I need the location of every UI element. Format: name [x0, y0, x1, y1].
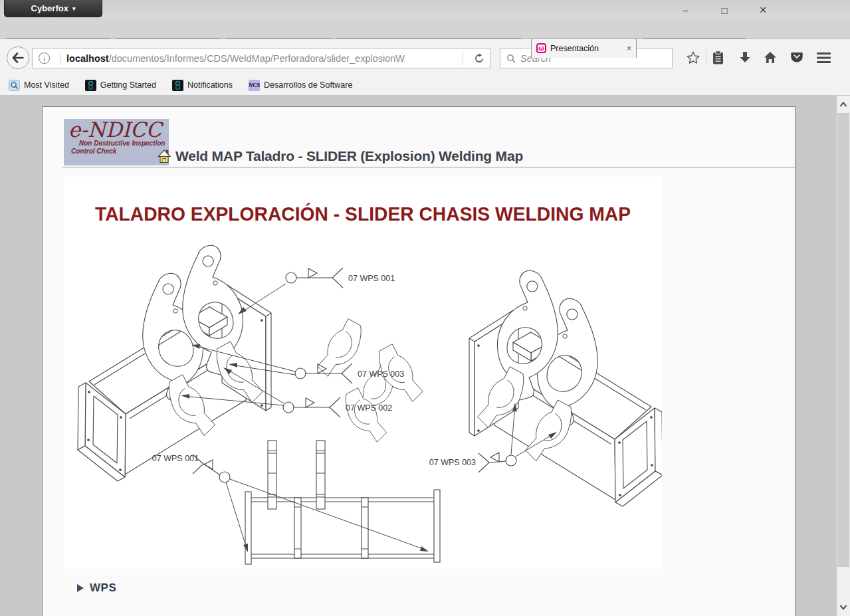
window-titlebar: Cyberfox ▾ – □ ✕ [0, 0, 850, 19]
tab-presentacion-active[interactable]: ω Presentación × [531, 38, 637, 58]
scrollbar-thumb[interactable] [837, 113, 849, 567]
tab-title: Presentación [550, 44, 599, 53]
bookmark-star-button[interactable] [686, 51, 700, 65]
drawing-title: TALADRO EXPLORACIÓN - SLIDER CHASIS WELD… [95, 203, 631, 225]
weld-callout-label: 07 WPS 002 [346, 403, 392, 413]
star-icon [686, 51, 700, 65]
url-bar[interactable]: i localhost/documentos/Informes/CDS/Weld… [32, 48, 490, 68]
endicc-logo: e-NDICC Non Destructive Inspection Contr… [64, 119, 169, 165]
weld-callout-label: 07 WPS 003 [429, 458, 476, 467]
page-title: Weld MAP Taladro - SLIDER (Explosion) We… [175, 148, 523, 164]
pocket-button[interactable] [790, 52, 803, 63]
bookmark-label: Desarrollos de Software [264, 80, 352, 90]
bookmark-getting-started[interactable]: Getting Started [85, 80, 156, 91]
site-info-icon[interactable]: i [39, 52, 50, 64]
divider [60, 52, 61, 65]
maximize-button[interactable]: □ [713, 5, 736, 16]
bookmark-label: Getting Started [100, 80, 156, 90]
divider [706, 51, 706, 66]
back-button[interactable] [7, 47, 29, 69]
navigation-toolbar: i localhost/documentos/Informes/CDS/Weld… [0, 39, 850, 75]
vertical-scrollbar[interactable] [837, 96, 850, 616]
url-host: localhost [66, 53, 109, 64]
dark-app-icon [85, 80, 96, 91]
collapsed-triangle-icon [77, 584, 84, 592]
home-link[interactable] [158, 150, 171, 166]
weld-callout [286, 268, 343, 288]
clipboard-icon [712, 51, 724, 65]
pocket-icon [790, 52, 803, 63]
minimize-button[interactable]: – [675, 5, 697, 15]
home-button[interactable] [764, 51, 777, 64]
browser-viewport: e-NDICC Non Destructive Inspection Contr… [0, 96, 850, 616]
dark-app-icon [172, 80, 183, 91]
welding-map-drawing: TALADRO EXPLORACIÓN - SLIDER CHASIS WELD… [64, 177, 662, 569]
divider [463, 52, 463, 65]
most-visited-icon [9, 80, 20, 91]
weld-callout-label: 07 WPS 001 [348, 274, 395, 283]
page-content-frame: e-NDICC Non Destructive Inspection Contr… [42, 106, 796, 616]
wampserver-favicon: ω [536, 43, 546, 53]
menu-button[interactable] [817, 52, 831, 63]
house-icon [158, 150, 171, 163]
bookmark-notifications[interactable]: Notifications [172, 80, 233, 91]
reload-icon [474, 53, 484, 64]
download-arrow-icon [739, 51, 751, 64]
close-button[interactable]: ✕ [752, 5, 774, 15]
logo-subtitle-2: Control Check [64, 148, 169, 155]
tab-close-icon[interactable]: × [627, 44, 631, 53]
bookmark-label: Most Visited [24, 80, 69, 90]
logo-subtitle-1: Non Destructive Inspection [64, 140, 169, 147]
scroll-down-icon[interactable] [839, 604, 847, 611]
bookmarks-toolbar: Most Visited Getting Started Notificatio… [0, 75, 850, 96]
wps-section-label: WPS [90, 581, 116, 595]
home-icon [764, 51, 777, 64]
bookmark-desarrollos[interactable]: NCS Desarrollos de Software [249, 80, 352, 91]
back-arrow-icon [12, 52, 24, 63]
wps-section-toggle[interactable]: WPS [77, 581, 116, 595]
window-controls: – □ ✕ [675, 3, 774, 17]
app-menu-button[interactable]: Cyberfox ▾ [4, 0, 102, 17]
heading-underline [62, 167, 796, 167]
hamburger-icon [817, 52, 831, 63]
weld-callout [283, 397, 340, 417]
chevron-down-icon: ▾ [72, 5, 76, 12]
weld-callout-label: 07 WPS 001 [152, 454, 199, 463]
bookmark-most-visited[interactable]: Most Visited [9, 80, 69, 91]
weld-callout-label: 07 WPS 003 [358, 369, 404, 379]
reload-button[interactable] [474, 53, 484, 64]
logo-title: e-NDICC [64, 120, 169, 140]
bookmarks-menu-button[interactable] [712, 51, 724, 65]
scroll-up-icon[interactable] [839, 101, 847, 108]
bottom-frame-figure [245, 441, 440, 564]
tab-bar: e-NDICC Ingreso PC × Ejemplos (1) × NCS … [0, 19, 850, 39]
app-menu-label: Cyberfox [31, 3, 68, 13]
weld-callout [478, 453, 516, 472]
search-icon [506, 54, 516, 63]
downloads-button[interactable] [739, 51, 751, 64]
ncs-favicon: NCS [249, 80, 260, 91]
url-path: /documentos/Informes/CDS/WeldMap/Perfora… [109, 53, 405, 64]
bookmark-label: Notifications [187, 80, 233, 90]
